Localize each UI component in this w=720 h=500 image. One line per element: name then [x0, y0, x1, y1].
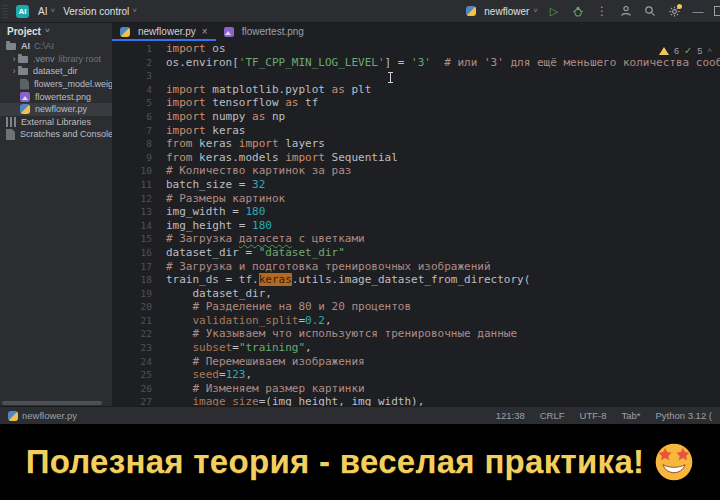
- code-line[interactable]: 24 # Перемешиваем изображения: [112, 355, 720, 369]
- run-config-select[interactable]: newflower ˅: [466, 6, 538, 17]
- tree-item[interactable]: External Libraries: [0, 116, 112, 129]
- code-line[interactable]: 12# Размеры картинок: [112, 192, 720, 206]
- line-number[interactable]: 14: [112, 219, 166, 233]
- line-number[interactable]: 4: [112, 83, 166, 97]
- code-line[interactable]: 1import os: [112, 42, 720, 56]
- code-line[interactable]: 23 subset="training",: [112, 341, 720, 355]
- chevron-right-icon[interactable]: ›: [10, 54, 18, 64]
- maximize-button[interactable]: [714, 6, 720, 16]
- line-number[interactable]: 9: [112, 151, 166, 165]
- code-text: # Загрузка датасета с цветками: [166, 232, 365, 246]
- code-line[interactable]: 26 # Изменяем размер картинки: [112, 382, 720, 396]
- code-token: 180: [252, 219, 272, 232]
- tree-item[interactable]: newflower.py: [0, 103, 112, 116]
- code-line[interactable]: 15# Загрузка датасета с цветками: [112, 232, 720, 246]
- code-token: 180: [245, 205, 265, 218]
- inspections-widget[interactable]: 6 ✓ 5 ˄: [659, 45, 712, 56]
- line-number[interactable]: 7: [112, 124, 166, 138]
- code-line[interactable]: 11batch_size = 32: [112, 178, 720, 192]
- line-number[interactable]: 17: [112, 260, 166, 274]
- search-everywhere-button[interactable]: [642, 3, 658, 19]
- close-tab-icon[interactable]: ×: [202, 26, 208, 37]
- code-line[interactable]: 2os.environ['TF_CPP_MIN_LOG_LEVEL'] = '3…: [112, 56, 720, 70]
- minimize-button[interactable]: —: [690, 3, 706, 19]
- code-editor[interactable]: 1import os2os.environ['TF_CPP_MIN_LOG_LE…: [112, 41, 720, 407]
- line-number[interactable]: 6: [112, 110, 166, 124]
- code-line[interactable]: 4import matplotlib.pyplot as plt: [112, 83, 720, 97]
- code-token: [431, 56, 444, 69]
- line-number[interactable]: 1: [112, 42, 166, 56]
- line-number[interactable]: 15: [112, 232, 166, 246]
- code-line[interactable]: 3: [112, 69, 720, 83]
- line-number[interactable]: 20: [112, 300, 166, 314]
- indent-style[interactable]: Tab*: [621, 410, 640, 421]
- code-line[interactable]: 14img_height = 180: [112, 219, 720, 233]
- tree-item[interactable]: ›dataset_dir: [0, 65, 112, 78]
- project-logo[interactable]: AI: [16, 5, 29, 18]
- code-line[interactable]: 21 validation_split=0.2,: [112, 314, 720, 328]
- settings-button[interactable]: [666, 3, 682, 19]
- project-panel-header[interactable]: Project ˅: [0, 22, 112, 40]
- python-interpreter[interactable]: Python 3.12 (: [655, 410, 712, 421]
- line-number[interactable]: 12: [112, 192, 166, 206]
- code-line[interactable]: 9from keras.models import Sequential: [112, 151, 720, 165]
- more-actions-button[interactable]: ⋮: [594, 3, 610, 19]
- code-line[interactable]: 7import keras: [112, 124, 720, 138]
- tree-item[interactable]: flowertest.png: [0, 90, 112, 103]
- code-line[interactable]: 18train_ds = tf.keras.utils.image_datase…: [112, 273, 720, 287]
- tree-item[interactable]: AIC:\AI: [0, 40, 112, 53]
- code-token: ,: [305, 341, 312, 354]
- line-number[interactable]: 11: [112, 178, 166, 192]
- image-file-icon: [224, 27, 234, 37]
- status-breadcrumb[interactable]: newflower.py: [8, 410, 77, 421]
- run-button[interactable]: ▷: [546, 3, 562, 19]
- code-line[interactable]: 22 # Указываем что используются трениров…: [112, 327, 720, 341]
- code-token: as: [332, 83, 345, 96]
- cursor-position[interactable]: 121:38: [496, 410, 525, 421]
- version-control-menu[interactable]: Version control˅: [59, 6, 141, 17]
- line-number[interactable]: 13: [112, 205, 166, 219]
- code-token: from: [166, 151, 193, 164]
- tree-item[interactable]: ›.venvlibrary root: [0, 53, 112, 66]
- line-number[interactable]: 22: [112, 327, 166, 341]
- code-line[interactable]: 13img_width = 180: [112, 205, 720, 219]
- code-line[interactable]: 5import tensorflow as tf: [112, 96, 720, 110]
- chevron-right-icon[interactable]: ›: [10, 66, 18, 76]
- code-line[interactable]: 19 dataset_dir,: [112, 287, 720, 301]
- code-token: [166, 341, 193, 354]
- code-line[interactable]: 16dataset_dir = "dataset_dir": [112, 246, 720, 260]
- line-number[interactable]: 16: [112, 246, 166, 260]
- line-number[interactable]: 18: [112, 273, 166, 287]
- code-line[interactable]: 8from keras import layers: [112, 137, 720, 151]
- code-line[interactable]: 17# Загрузка и подготовка тренировочных …: [112, 260, 720, 274]
- code-token: # Количество картинок за раз: [166, 164, 351, 177]
- project-header-label: Project: [7, 26, 41, 37]
- debug-button[interactable]: [570, 3, 586, 19]
- code-with-me-button[interactable]: [618, 3, 634, 19]
- code-line[interactable]: 20 # Разделение на 80 и 20 процентов: [112, 300, 720, 314]
- editor-tab[interactable]: flowertest.png: [216, 22, 312, 41]
- code-text: img_width = 180: [166, 205, 265, 219]
- line-number[interactable]: 19: [112, 287, 166, 301]
- line-number[interactable]: 25: [112, 368, 166, 382]
- line-number[interactable]: 3: [112, 69, 166, 83]
- line-separator[interactable]: CRLF: [540, 410, 565, 421]
- line-number[interactable]: 26: [112, 382, 166, 396]
- code-line[interactable]: 10# Количество картинок за раз: [112, 164, 720, 178]
- line-number[interactable]: 24: [112, 355, 166, 369]
- main-menu-ai[interactable]: AI˅: [34, 6, 59, 17]
- code-line[interactable]: 6import numpy as np: [112, 110, 720, 124]
- line-number[interactable]: 8: [112, 137, 166, 151]
- line-number[interactable]: 21: [112, 314, 166, 328]
- tree-item[interactable]: flowers_model.weights.h5: [0, 78, 112, 91]
- editor-tab[interactable]: newflower.py×: [112, 22, 216, 41]
- line-number[interactable]: 2: [112, 56, 166, 70]
- horizontal-scrollbar[interactable]: [2, 401, 102, 405]
- line-number[interactable]: 5: [112, 96, 166, 110]
- code-token: keras: [206, 124, 246, 137]
- line-number[interactable]: 10: [112, 164, 166, 178]
- encoding[interactable]: UTF-8: [580, 410, 607, 421]
- line-number[interactable]: 23: [112, 341, 166, 355]
- code-line[interactable]: 25 seed=123,: [112, 368, 720, 382]
- tree-item[interactable]: Scratches and Consoles: [0, 128, 112, 141]
